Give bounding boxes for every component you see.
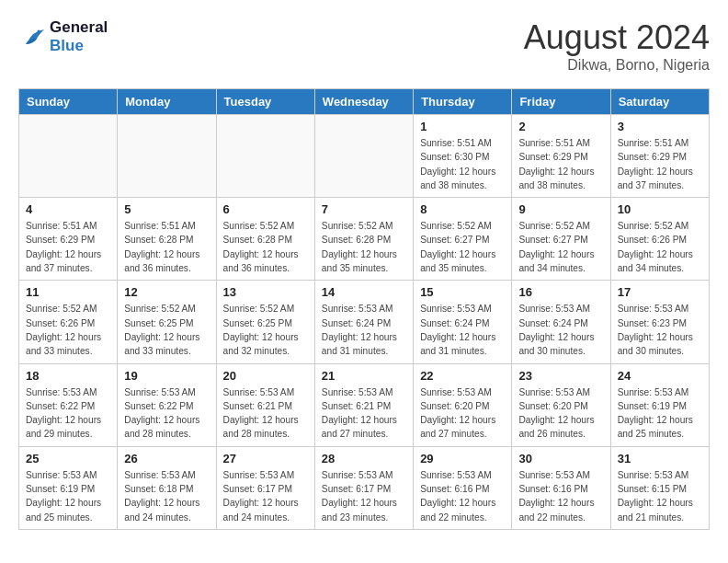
day-number: 7: [322, 202, 406, 216]
location-title: Dikwa, Borno, Nigeria: [524, 57, 710, 74]
table-row: 25Sunrise: 5:53 AMSunset: 6:19 PMDayligh…: [19, 446, 118, 529]
day-number: 28: [322, 452, 406, 465]
table-row: 1Sunrise: 5:51 AMSunset: 6:30 PMDaylight…: [414, 115, 512, 198]
calendar-week-row: 4Sunrise: 5:51 AMSunset: 6:29 PMDaylight…: [19, 198, 710, 281]
day-number: 6: [223, 202, 308, 216]
day-info: Sunrise: 5:53 AMSunset: 6:24 PMDaylight:…: [420, 302, 505, 358]
table-row: 5Sunrise: 5:51 AMSunset: 6:28 PMDaylight…: [118, 198, 216, 281]
table-row: 13Sunrise: 5:52 AMSunset: 6:25 PMDayligh…: [216, 281, 314, 363]
table-row: 18Sunrise: 5:53 AMSunset: 6:22 PMDayligh…: [19, 363, 118, 446]
table-row: 2Sunrise: 5:51 AMSunset: 6:29 PMDaylight…: [512, 115, 610, 198]
table-row: 30Sunrise: 5:53 AMSunset: 6:16 PMDayligh…: [512, 446, 610, 529]
col-saturday: Saturday: [610, 89, 709, 115]
table-row: [118, 115, 216, 198]
col-friday: Friday: [512, 89, 610, 115]
table-row: 16Sunrise: 5:53 AMSunset: 6:24 PMDayligh…: [512, 281, 610, 363]
day-info: Sunrise: 5:52 AMSunset: 6:27 PMDaylight:…: [420, 219, 505, 275]
table-row: 15Sunrise: 5:53 AMSunset: 6:24 PMDayligh…: [414, 281, 512, 363]
day-number: 27: [223, 452, 308, 465]
day-info: Sunrise: 5:52 AMSunset: 6:25 PMDaylight:…: [124, 302, 209, 358]
col-tuesday: Tuesday: [216, 89, 314, 115]
table-row: 4Sunrise: 5:51 AMSunset: 6:29 PMDaylight…: [19, 198, 118, 281]
day-number: 25: [26, 452, 110, 465]
table-row: 24Sunrise: 5:53 AMSunset: 6:19 PMDayligh…: [610, 363, 709, 446]
day-number: 16: [518, 285, 603, 299]
title-block: August 2024 Dikwa, Borno, Nigeria: [524, 18, 710, 74]
calendar-week-row: 25Sunrise: 5:53 AMSunset: 6:19 PMDayligh…: [19, 446, 710, 529]
table-row: 10Sunrise: 5:52 AMSunset: 6:26 PMDayligh…: [610, 198, 709, 281]
day-info: Sunrise: 5:53 AMSunset: 6:17 PMDaylight:…: [322, 468, 406, 524]
day-info: Sunrise: 5:53 AMSunset: 6:20 PMDaylight:…: [420, 385, 505, 442]
table-row: [19, 115, 118, 198]
day-number: 12: [124, 285, 209, 299]
day-info: Sunrise: 5:51 AMSunset: 6:29 PMDaylight:…: [618, 136, 702, 192]
table-row: 9Sunrise: 5:52 AMSunset: 6:27 PMDaylight…: [512, 198, 610, 281]
day-info: Sunrise: 5:53 AMSunset: 6:16 PMDaylight:…: [518, 468, 603, 524]
day-info: Sunrise: 5:53 AMSunset: 6:19 PMDaylight:…: [618, 385, 702, 442]
table-row: 8Sunrise: 5:52 AMSunset: 6:27 PMDaylight…: [414, 198, 512, 281]
day-number: 31: [618, 452, 702, 465]
day-number: 21: [322, 369, 406, 383]
day-number: 1: [420, 120, 505, 133]
col-thursday: Thursday: [414, 89, 512, 115]
col-monday: Monday: [118, 89, 216, 115]
table-row: 11Sunrise: 5:52 AMSunset: 6:26 PMDayligh…: [19, 281, 118, 363]
day-info: Sunrise: 5:53 AMSunset: 6:21 PMDaylight:…: [223, 385, 308, 442]
calendar-week-row: 11Sunrise: 5:52 AMSunset: 6:26 PMDayligh…: [19, 281, 710, 363]
day-number: 3: [618, 120, 702, 133]
table-row: 6Sunrise: 5:52 AMSunset: 6:28 PMDaylight…: [216, 198, 314, 281]
day-info: Sunrise: 5:52 AMSunset: 6:27 PMDaylight:…: [518, 219, 603, 275]
day-number: 9: [518, 202, 603, 216]
day-info: Sunrise: 5:53 AMSunset: 6:22 PMDaylight:…: [26, 385, 110, 442]
logo: General Blue: [18, 18, 108, 55]
day-info: Sunrise: 5:51 AMSunset: 6:29 PMDaylight:…: [26, 219, 110, 275]
day-info: Sunrise: 5:53 AMSunset: 6:19 PMDaylight:…: [26, 468, 110, 524]
day-info: Sunrise: 5:53 AMSunset: 6:23 PMDaylight:…: [618, 302, 702, 358]
day-info: Sunrise: 5:51 AMSunset: 6:29 PMDaylight:…: [518, 136, 603, 192]
table-row: [216, 115, 314, 198]
calendar-table: Sunday Monday Tuesday Wednesday Thursday…: [18, 88, 710, 530]
svg-point-0: [38, 30, 40, 33]
day-info: Sunrise: 5:51 AMSunset: 6:28 PMDaylight:…: [124, 219, 209, 275]
day-number: 24: [618, 369, 702, 383]
day-number: 14: [322, 285, 406, 299]
day-info: Sunrise: 5:51 AMSunset: 6:30 PMDaylight:…: [420, 136, 505, 192]
day-number: 4: [26, 202, 110, 216]
table-row: 27Sunrise: 5:53 AMSunset: 6:17 PMDayligh…: [216, 446, 314, 529]
day-number: 5: [124, 202, 209, 216]
day-number: 11: [26, 285, 110, 299]
day-info: Sunrise: 5:52 AMSunset: 6:26 PMDaylight:…: [26, 302, 110, 358]
calendar-week-row: 18Sunrise: 5:53 AMSunset: 6:22 PMDayligh…: [19, 363, 710, 446]
day-number: 18: [26, 369, 110, 383]
table-row: [314, 115, 413, 198]
day-number: 10: [618, 202, 702, 216]
calendar-week-row: 1Sunrise: 5:51 AMSunset: 6:30 PMDaylight…: [19, 115, 710, 198]
day-number: 2: [518, 120, 603, 133]
day-info: Sunrise: 5:53 AMSunset: 6:17 PMDaylight:…: [223, 468, 308, 524]
day-info: Sunrise: 5:52 AMSunset: 6:28 PMDaylight:…: [223, 219, 308, 275]
calendar-header-row: Sunday Monday Tuesday Wednesday Thursday…: [19, 89, 710, 115]
table-row: 12Sunrise: 5:52 AMSunset: 6:25 PMDayligh…: [118, 281, 216, 363]
logo-bird-icon: [18, 26, 46, 48]
table-row: 28Sunrise: 5:53 AMSunset: 6:17 PMDayligh…: [314, 446, 413, 529]
table-row: 20Sunrise: 5:53 AMSunset: 6:21 PMDayligh…: [216, 363, 314, 446]
table-row: 7Sunrise: 5:52 AMSunset: 6:28 PMDaylight…: [314, 198, 413, 281]
table-row: 19Sunrise: 5:53 AMSunset: 6:22 PMDayligh…: [118, 363, 216, 446]
page-header: General Blue August 2024 Dikwa, Borno, N…: [18, 18, 710, 74]
day-number: 30: [518, 452, 603, 465]
day-info: Sunrise: 5:52 AMSunset: 6:26 PMDaylight:…: [618, 219, 702, 275]
day-info: Sunrise: 5:53 AMSunset: 6:21 PMDaylight:…: [322, 385, 406, 442]
table-row: 3Sunrise: 5:51 AMSunset: 6:29 PMDaylight…: [610, 115, 709, 198]
logo-text: General Blue: [50, 18, 108, 55]
table-row: 26Sunrise: 5:53 AMSunset: 6:18 PMDayligh…: [118, 446, 216, 529]
day-number: 13: [223, 285, 308, 299]
day-number: 19: [124, 369, 209, 383]
col-wednesday: Wednesday: [314, 89, 413, 115]
day-number: 29: [420, 452, 505, 465]
day-info: Sunrise: 5:53 AMSunset: 6:24 PMDaylight:…: [322, 302, 406, 358]
day-number: 22: [420, 369, 505, 383]
table-row: 22Sunrise: 5:53 AMSunset: 6:20 PMDayligh…: [414, 363, 512, 446]
day-info: Sunrise: 5:53 AMSunset: 6:22 PMDaylight:…: [124, 385, 209, 442]
day-info: Sunrise: 5:53 AMSunset: 6:15 PMDaylight:…: [618, 468, 702, 524]
col-sunday: Sunday: [19, 89, 118, 115]
